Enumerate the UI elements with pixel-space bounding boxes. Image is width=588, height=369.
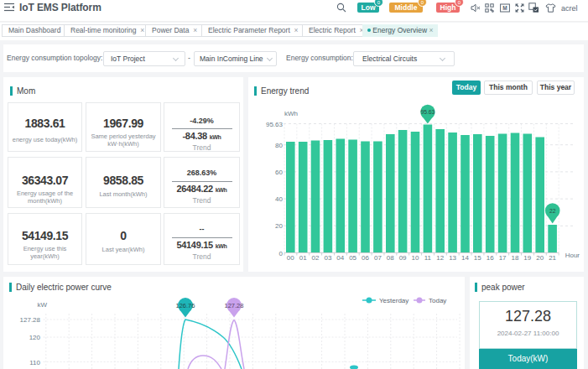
svg-text:19: 19 [523, 254, 531, 262]
svg-text:11: 11 [424, 254, 432, 262]
svg-text:17: 17 [499, 254, 507, 262]
svg-text:04: 04 [336, 254, 344, 262]
svg-text:20: 20 [536, 254, 544, 262]
svg-text:Hour: Hour [565, 252, 580, 259]
svg-text:10: 10 [412, 254, 419, 262]
svg-text:21: 21 [549, 254, 556, 262]
svg-text:13: 13 [449, 254, 456, 262]
svg-text:M: M [502, 5, 507, 11]
svg-text:kW: kW [37, 301, 47, 309]
svg-text:05: 05 [349, 254, 356, 262]
svg-text:60: 60 [275, 169, 283, 176]
svg-text:95.63: 95.63 [420, 109, 434, 115]
svg-text:0: 0 [279, 250, 284, 257]
svg-text:40: 40 [275, 195, 283, 203]
svg-text:18: 18 [512, 254, 519, 262]
svg-text:07: 07 [374, 254, 382, 262]
svg-text:127.28: 127.28 [225, 302, 244, 309]
svg-text:Today: Today [429, 297, 446, 304]
svg-text:15: 15 [474, 254, 481, 262]
svg-text:00: 00 [287, 254, 294, 262]
svg-text:80: 80 [275, 142, 283, 149]
svg-text:120: 120 [29, 334, 41, 341]
svg-text:127.28: 127.28 [20, 316, 41, 324]
svg-text:06: 06 [362, 254, 369, 262]
svg-text:16: 16 [487, 254, 494, 262]
svg-text:Yesterday: Yesterday [379, 297, 408, 304]
svg-text:08: 08 [387, 254, 394, 262]
svg-text:02: 02 [312, 254, 320, 262]
svg-text:kWh: kWh [284, 110, 298, 117]
svg-text:14: 14 [461, 254, 469, 262]
svg-text:22: 22 [549, 208, 556, 214]
svg-text:20: 20 [275, 222, 283, 230]
svg-text:09: 09 [399, 254, 407, 262]
svg-text:110: 110 [29, 359, 40, 366]
svg-text:12: 12 [436, 254, 444, 262]
svg-text:01: 01 [299, 254, 307, 262]
svg-text:03: 03 [324, 254, 331, 262]
svg-text:126.76: 126.76 [176, 302, 195, 309]
svg-text:95.63: 95.63 [266, 121, 284, 128]
